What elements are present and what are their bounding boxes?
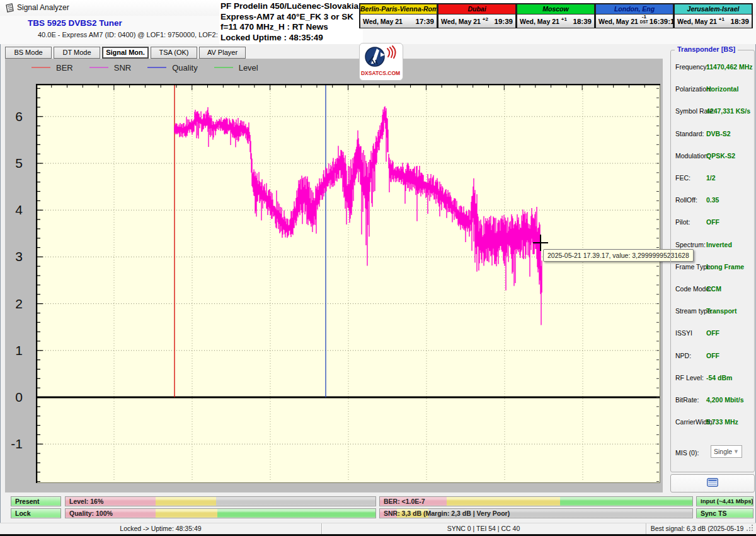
site-line: f=11 470 MHz_H : RT News [220,22,363,33]
tp-value-frame-type: Long Frame [706,263,744,271]
tab-signal-mon[interactable]: Signal Mon. [102,47,149,59]
clock-berlin-paris-vienna-roma: Berlin-Paris-Vienna-RomaWed, May 2117:39 [359,3,438,28]
tp-value-fec: 1/2 [706,174,716,182]
clock-utc-offset: +2 [483,17,488,21]
tp-label-bitrate: BitRate: [675,396,699,404]
legend-item-snr: SNR [89,63,131,73]
legend-swatch [214,67,233,68]
legend-swatch [89,67,108,68]
world-clocks: Berlin-Paris-Vienna-RomaWed, May 2117:39… [359,3,753,28]
tp-value-carrierwidth: 5,733 MHz [706,418,738,426]
clock-london-eng: London, EngWed, May 21-1DST16:39:17 [595,3,674,28]
tp-value-npd: OFF [706,352,719,359]
clock-city-label: Jerusalem-Israel [675,4,752,15]
legend-label: BER [56,63,73,73]
window-title: Signal Analyzer [17,3,69,12]
snr-label: SNR: 3,3 dB (Margin: 2,3 dB | Very Poor) [384,510,510,517]
site-line: Express-AM7 at 40°E_FK 3 or SK [220,12,363,23]
chart-legend: BERSNRQualityLevel [32,61,258,74]
sync-ts-indicator: Sync TS [696,508,753,518]
clock-utc-offset: -1DST [640,15,648,24]
clock-date: Wed, May 21 [677,18,717,25]
bar-zone [217,509,375,518]
tp-label-spectrum: Spectrum: [675,241,706,248]
tp-value-modulation: QPSK-S2 [706,152,735,160]
ber-label: BER: <1.0E-7 [384,498,425,505]
tab-dt-mode[interactable]: DT Mode [54,47,100,59]
y-tick-label: 4 [4,203,23,217]
resize-grip[interactable] [747,525,754,532]
site-line: PF Prodelin 450/Lučenec-Slovakia [220,1,363,12]
legend-swatch [147,67,166,68]
clock-city-label: London, Eng [596,4,673,15]
clock-time: 18:39 [731,18,749,25]
mode-tabs: BS ModeDT ModeSignal Mon.TSA (OK)AV Play… [5,47,246,59]
ber-progress-bar: BER: <1.0E-7 [379,496,693,506]
transponder-title: Transponder [BS] [675,45,738,53]
clock-dubai: DubaiWed, May 21+219:39 [438,3,517,28]
tp-value-rolloff: 0.35 [706,196,719,204]
tp-label-rolloff: RollOff: [675,196,697,204]
legend-label: Level [239,63,258,73]
clock-date: Wed, May 21 [441,18,481,25]
tab-bs-mode[interactable]: BS Mode [5,47,52,59]
signal-chart-plot[interactable] [36,84,660,483]
lock-indicator: Lock [11,508,61,518]
tp-value-bitrate: 4,200 Mbit/s [706,396,744,404]
tp-value-stream-type: Transport [706,307,736,315]
tp-value-spectrum: Inverted [706,241,732,248]
app-icon [5,3,14,15]
report-icon [707,478,718,489]
site-line: Locked Uptime : 48:35:49 [220,33,363,44]
tp-value-issyi: OFF [706,329,719,337]
tuner-title: TBS 5925 DVBS2 Tuner [28,18,122,28]
tp-label-modulation: Modulation: [675,152,709,160]
clock-date: Wed, May 21 [363,18,403,25]
legend-label: Quality [172,63,197,73]
clock-moscow: MoscowWed, May 21+118:39 [517,3,595,28]
level-label: Level: 16% [69,498,103,505]
mis-value: Single [714,448,732,455]
level-progress-bar: Level: 16% [65,496,376,506]
clock-jerusalem-israel: Jerusalem-IsraelWed, May 21+118:39 [674,3,753,28]
tp-label-npd: NPD: [675,352,691,359]
tp-value-code-mode: CCM [706,285,721,293]
tp-label-standard: Standard: [675,130,704,137]
clock-city-label: Dubai [438,4,515,15]
tp-value-symbol-rate: 4247,331 KS/s [706,107,750,115]
statusbar-uptime: Locked -> Uptime: 48:35:49 [0,523,322,535]
clock-date: Wed, May 21 [598,18,638,25]
clock-time: 17:39 [416,18,434,25]
y-tick-label: 5 [4,156,23,170]
chevron-down-icon: ▼ [733,448,739,455]
input-indicator: Input (~4,41 Mbps) [696,496,753,506]
tp-value-polarization: Horizontal [706,85,738,93]
logo-text: DXSATCS.COM [361,70,400,76]
tp-label-pilot: Pilot: [675,218,690,226]
quality-label: Quality: 100% [69,510,113,517]
tp-value-pilot: OFF [706,218,719,226]
tab-av-player[interactable]: AV Player [199,47,246,59]
tp-label-fec: FEC: [675,174,690,182]
bar-zone [447,497,560,506]
dxsatcs-logo: DXSATCS.COM [359,43,403,81]
bar-zone [156,497,216,506]
tp-value-standard: DVB-S2 [706,130,731,137]
present-indicator: Present [11,496,61,506]
status-bar: Locked -> Uptime: 48:35:49 SYNC 0 | TEI … [0,523,756,535]
tab-tsa-ok[interactable]: TSA (OK) [151,47,197,59]
y-tick-label: -1 [4,437,23,451]
clock-utc-offset: +1 [719,17,724,21]
y-tick-label: 2 [4,297,23,311]
legend-label: SNR [114,63,131,73]
save-report-button[interactable] [670,474,755,492]
statusbar-sync: SYNC 0 | TEI 54 | CC 40 [321,523,646,535]
tp-label-frequency: Frequency: [675,63,709,71]
clock-utc-offset: +1 [561,17,567,21]
y-tick-label: 3 [4,250,23,264]
tp-value-rf-level: -54 dBm [706,374,732,382]
y-tick-label: 1 [4,344,23,358]
mis-select[interactable]: Single ▼ [711,445,742,458]
y-tick-label: 0 [4,390,23,404]
statusbar-best-signal: Best signal: 6,3 dB (2025-05-19 20:26) [646,523,748,535]
